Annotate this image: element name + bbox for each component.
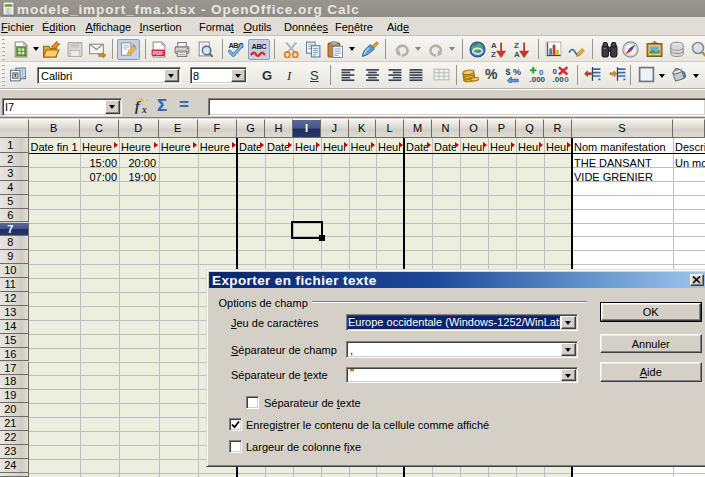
svg-text:%: % bbox=[513, 67, 521, 77]
svg-text:ABC: ABC bbox=[252, 43, 268, 52]
svg-text:.00: .00 bbox=[553, 75, 565, 83]
svg-text:Z: Z bbox=[491, 50, 496, 58]
svg-text:PDF: PDF bbox=[153, 50, 165, 56]
svg-text:.000: .000 bbox=[530, 75, 546, 83]
svg-text:A: A bbox=[514, 50, 520, 58]
svg-text:x: x bbox=[141, 104, 147, 115]
svg-text:$: $ bbox=[506, 67, 511, 77]
svg-text:0: 0 bbox=[564, 75, 569, 83]
svg-text:f: f bbox=[135, 99, 141, 114]
